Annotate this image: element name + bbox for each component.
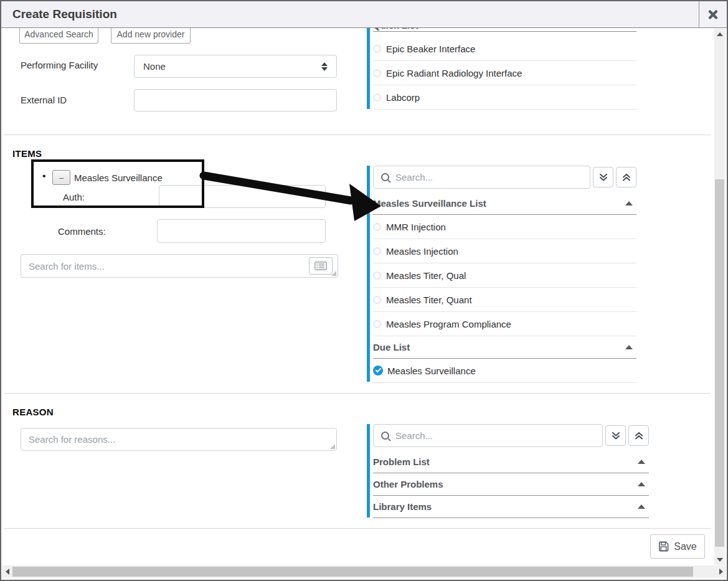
- panel-accent-bar: [367, 166, 370, 382]
- list-item[interactable]: Measles Injection: [373, 239, 636, 263]
- item-bullet: •: [42, 171, 46, 182]
- list-group-header[interactable]: Due List: [373, 336, 636, 359]
- double-chevron-down-icon: [599, 173, 608, 182]
- horizontal-scroll-thumb[interactable]: [12, 567, 693, 577]
- list-group-header-label: Library Items: [373, 501, 432, 512]
- list-group-header[interactable]: Measles Surveillance List: [373, 192, 636, 215]
- search-icon: [381, 432, 389, 440]
- performing-facility-select[interactable]: None: [134, 55, 337, 78]
- collapse-item-toggle[interactable]: –: [52, 170, 70, 185]
- caret-up-icon: [625, 345, 633, 349]
- comments-label: Comments:: [58, 226, 106, 237]
- checked-icon[interactable]: [373, 366, 383, 376]
- list-item-label: Labcorp: [386, 92, 420, 103]
- list-item-label: Measles Surveillance: [387, 366, 476, 376]
- list-item-label: Measles Titer, Qual: [386, 270, 466, 281]
- external-id-label: External ID: [21, 95, 67, 105]
- caret-up-icon: [638, 460, 645, 464]
- modal-title: Create Requisition: [12, 7, 117, 21]
- reason-picker-panel: Problem ListOther ProblemsLibrary Items: [367, 424, 649, 518]
- list-item-label: Measles Injection: [386, 246, 458, 257]
- expand-all-button[interactable]: [605, 425, 626, 446]
- list-group-header-label: Measles Surveillance List: [373, 198, 486, 209]
- quick-list-panel: Quick List Epic Beaker InterfaceEpic Rad…: [367, 19, 636, 110]
- caret-up-icon: [638, 504, 645, 509]
- save-button[interactable]: Save: [650, 534, 705, 559]
- list-item[interactable]: Labcorp: [373, 85, 636, 110]
- panel-accent-bar: [367, 19, 370, 109]
- list-group-header-label: Problem List: [373, 456, 430, 467]
- footer-divider: [4, 528, 711, 529]
- item-list-picker-button[interactable]: [309, 257, 333, 275]
- list-group-header[interactable]: Library Items: [373, 496, 649, 518]
- items-panel-search-input[interactable]: [394, 171, 590, 183]
- caret-up-icon: [625, 201, 633, 205]
- list-group-header-label: Other Problems: [373, 479, 443, 489]
- double-chevron-down-icon: [612, 432, 620, 440]
- collapse-all-button[interactable]: [616, 167, 636, 187]
- list-item-label: Measles Titer, Quant: [386, 295, 472, 305]
- reason-section-header: REASON: [12, 407, 54, 417]
- list-item-label: Measles Program Compliance: [386, 319, 511, 329]
- radio-icon[interactable]: [373, 296, 381, 304]
- selected-item-label: Measles Surveillance: [74, 172, 163, 183]
- close-icon: [708, 10, 718, 19]
- list-group-header[interactable]: Problem List: [373, 451, 649, 473]
- expand-all-button[interactable]: [593, 167, 613, 187]
- horizontal-scrollbar[interactable]: [2, 565, 726, 578]
- radio-icon[interactable]: [373, 93, 381, 102]
- radio-icon[interactable]: [373, 320, 381, 328]
- double-chevron-up-icon: [635, 432, 643, 440]
- close-button[interactable]: [699, 1, 727, 27]
- scroll-left-button[interactable]: [2, 566, 12, 577]
- auth-label: Auth:: [63, 192, 85, 202]
- reason-panel-search-input[interactable]: [394, 430, 602, 442]
- search-icon: [381, 173, 389, 181]
- list-item[interactable]: Epic Beaker Interface: [373, 37, 636, 61]
- scroll-up-button[interactable]: [714, 29, 725, 39]
- list-item[interactable]: Epic Radiant Radiology Interface: [373, 61, 636, 85]
- panel-accent-bar: [367, 424, 370, 517]
- items-picker-panel: Measles Surveillance ListMMR InjectionMe…: [367, 166, 636, 383]
- list-item-label: MMR Injection: [386, 222, 446, 232]
- performing-facility-value: None: [143, 61, 321, 72]
- items-section-header: ITEMS: [12, 148, 42, 159]
- radio-icon[interactable]: [373, 69, 381, 77]
- performing-facility-label: Performing Facility: [21, 60, 98, 70]
- list-group-header-label: Due List: [373, 342, 410, 352]
- select-arrows-icon: [321, 62, 328, 71]
- list-item[interactable]: Measles Surveillance: [373, 359, 636, 383]
- list-item[interactable]: MMR Injection: [373, 215, 636, 239]
- caret-up-icon: [638, 482, 645, 486]
- double-chevron-up-icon: [622, 173, 631, 182]
- section-divider: [4, 393, 711, 394]
- list-item[interactable]: Measles Titer, Qual: [373, 263, 636, 288]
- external-id-input[interactable]: [134, 89, 337, 111]
- comments-input[interactable]: [157, 219, 326, 243]
- radio-icon[interactable]: [373, 223, 381, 231]
- vertical-scrollbar[interactable]: [714, 29, 725, 565]
- vertical-scroll-thumb[interactable]: [715, 179, 724, 547]
- modal-titlebar: Create Requisition: [1, 1, 727, 28]
- section-divider: [4, 135, 711, 135]
- radio-icon[interactable]: [373, 45, 381, 53]
- reason-search-input[interactable]: [21, 428, 337, 451]
- list-item-label: Epic Radiant Radiology Interface: [386, 68, 522, 78]
- radio-icon[interactable]: [373, 272, 381, 280]
- scroll-down-button[interactable]: [714, 554, 725, 565]
- list-item[interactable]: Measles Titer, Quant: [373, 288, 636, 312]
- auth-input[interactable]: [159, 185, 326, 208]
- items-search-input[interactable]: [21, 254, 338, 278]
- scroll-right-button[interactable]: [716, 566, 726, 577]
- list-item-label: Epic Beaker Interface: [386, 44, 475, 54]
- save-floppy-icon: [658, 541, 669, 552]
- radio-icon[interactable]: [373, 247, 381, 255]
- list-icon: [314, 262, 327, 270]
- list-item[interactable]: Measles Program Compliance: [373, 312, 636, 336]
- list-group-header[interactable]: Other Problems: [373, 473, 649, 496]
- collapse-all-button[interactable]: [628, 425, 649, 446]
